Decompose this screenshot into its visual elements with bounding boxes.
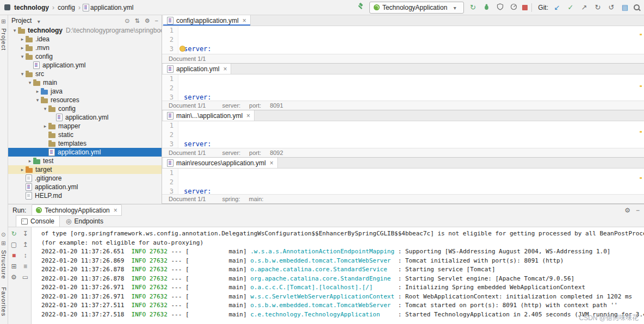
coverage-button[interactable]: [495, 3, 505, 11]
chevron-right-icon[interactable]: [19, 167, 26, 172]
print-icon[interactable]: [22, 274, 28, 281]
rerun-button[interactable]: [11, 230, 16, 237]
git-commit-button[interactable]: [566, 4, 575, 11]
breadcrumb-item[interactable]: 8092: [270, 149, 283, 156]
tree-item[interactable]: mapper: [8, 122, 162, 130]
collapse-all-icon[interactable]: [134, 17, 139, 24]
tree-item[interactable]: application.yml: [8, 61, 162, 70]
tree-item[interactable]: static: [8, 130, 162, 139]
breadcrumb-project[interactable]: technology: [14, 4, 49, 11]
gear-icon[interactable]: [11, 274, 17, 281]
locate-file-icon[interactable]: [125, 17, 129, 24]
chevron-down-icon[interactable]: [27, 80, 33, 85]
breadcrumb-item[interactable]: port:: [249, 102, 261, 109]
rerun-button[interactable]: [468, 4, 478, 11]
tab-endpoints[interactable]: Endpoints: [61, 216, 108, 227]
toolwindow-button[interactable]: [620, 4, 630, 11]
run-tab[interactable]: TechnologyApplication: [32, 204, 121, 216]
tree-item[interactable]: application.yml: [8, 183, 162, 191]
code-editor[interactable]: 123 server: port:8091 mybatis:: [162, 74, 644, 101]
stop-button[interactable]: [522, 5, 528, 10]
breadcrumb-item[interactable]: port:: [249, 149, 261, 156]
chevron-down-icon[interactable]: [34, 97, 41, 103]
code-editor[interactable]: 123 server: port:8092 mybatis:: [162, 121, 644, 148]
chevron-right-icon[interactable]: [19, 36, 26, 42]
chevron-right-icon[interactable]: [42, 123, 48, 129]
git-rollback-button[interactable]: [606, 4, 616, 11]
chevron-down-icon[interactable]: [19, 71, 26, 77]
tree-item-highlighted[interactable]: target: [8, 165, 162, 174]
git-update-button[interactable]: [552, 4, 562, 11]
tree-item-root[interactable]: technologyD:\technologyprograme\springbo…: [8, 26, 162, 35]
tool-strip-icon[interactable]: [1, 232, 5, 238]
console-output[interactable]: of type [org.springframework.ws.config.a…: [31, 227, 644, 324]
tool-button-structure[interactable]: Structure: [1, 250, 7, 279]
editor-tab[interactable]: main\...\application.yml: [163, 110, 255, 121]
tree-item[interactable]: test: [8, 157, 162, 165]
down-stack-trace-icon[interactable]: [22, 230, 28, 237]
up-stack-trace-icon[interactable]: [22, 241, 28, 248]
tree-item-selected[interactable]: application.yml: [8, 148, 162, 157]
close-icon[interactable]: [222, 65, 227, 73]
gear-icon[interactable]: [624, 207, 630, 214]
tree-item[interactable]: HELP.md: [8, 191, 162, 200]
hide-panel-icon[interactable]: [636, 207, 640, 214]
log-line: 2022-01-20 11:37:27.518 INFO 27632 --- […: [41, 310, 644, 320]
git-history-button[interactable]: [593, 4, 603, 11]
breadcrumb-item[interactable]: 8091: [270, 102, 283, 109]
breadcrumb-item[interactable]: server:: [222, 149, 240, 156]
project-panel-title[interactable]: Project: [11, 17, 32, 24]
tree-item[interactable]: config: [8, 52, 162, 61]
breadcrumb-item[interactable]: server:: [222, 102, 240, 109]
scroll-to-end-icon[interactable]: [24, 252, 27, 259]
hide-panel-icon[interactable]: [155, 17, 158, 24]
tool-button-project[interactable]: Project: [1, 28, 7, 51]
tree-item[interactable]: .mvn: [8, 43, 162, 52]
tree-item[interactable]: java: [8, 87, 162, 96]
intention-bulb-icon[interactable]: [180, 46, 185, 51]
chevron-down-icon[interactable]: [42, 106, 48, 111]
close-icon[interactable]: [242, 17, 246, 24]
tool-strip-icon[interactable]: [1, 240, 5, 246]
code-editor[interactable]: 123 server: port:8093 mybatis:: [162, 169, 644, 194]
tree-item[interactable]: main: [8, 78, 162, 87]
profiler-button[interactable]: [509, 3, 518, 11]
chevron-right-icon[interactable]: [27, 158, 33, 164]
build-hammer-icon[interactable]: [356, 3, 366, 12]
chevron-down-icon[interactable]: [19, 54, 26, 59]
close-icon[interactable]: [269, 159, 274, 167]
tree-item[interactable]: config: [8, 104, 162, 113]
tool-window-icon[interactable]: [1, 18, 5, 24]
gear-icon[interactable]: [145, 17, 150, 24]
run-config-selector[interactable]: TechnologyApplication: [369, 2, 464, 14]
tree-item[interactable]: src: [8, 70, 162, 78]
search-icon[interactable]: [634, 4, 640, 10]
git-push-button[interactable]: [579, 4, 589, 11]
close-icon[interactable]: [245, 112, 250, 120]
tree-item[interactable]: templates: [8, 139, 162, 148]
editor-tab[interactable]: config\application.yml: [163, 15, 251, 26]
tree-item[interactable]: resources: [8, 96, 162, 104]
chevron-down-icon[interactable]: [34, 17, 44, 24]
tree-item[interactable]: .idea: [8, 35, 162, 43]
code-editor[interactable]: 123 server: # port: 8090 mybatis:: [162, 26, 644, 54]
chevron-down-icon[interactable]: [11, 28, 18, 33]
breadcrumb-item[interactable]: spring:: [222, 196, 240, 202]
breadcrumb-folder[interactable]: config: [58, 4, 75, 11]
debug-button[interactable]: [481, 3, 491, 11]
stop-button[interactable]: [12, 252, 16, 259]
chevron-right-icon[interactable]: [34, 89, 41, 94]
tree-item[interactable]: .gitignore: [8, 174, 162, 183]
tool-button-favorites[interactable]: Favorites: [1, 287, 7, 316]
editor-tab[interactable]: main\resources\application.yml: [163, 158, 278, 168]
chevron-right-icon[interactable]: [19, 45, 26, 51]
tree-item[interactable]: application.yml: [8, 113, 162, 122]
breadcrumb-file[interactable]: application.yml: [90, 4, 133, 11]
editor-tab[interactable]: application.yml: [163, 64, 231, 74]
restore-layout-icon[interactable]: [11, 263, 16, 270]
run-dashboard-icon[interactable]: [11, 241, 17, 248]
soft-wrap-icon[interactable]: [23, 263, 27, 270]
breadcrumb-item[interactable]: main:: [249, 196, 264, 202]
tab-console[interactable]: Console: [16, 215, 60, 227]
close-icon[interactable]: [113, 207, 117, 214]
